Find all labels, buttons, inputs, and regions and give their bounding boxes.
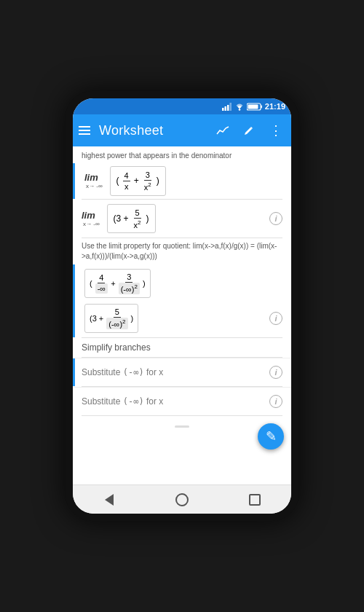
lim-expr-1: ( 4 x + 3 x2 ) bbox=[110, 166, 166, 196]
expanded-expr-1: ( 4 -∞ + 3 (-∞)2 ) bbox=[84, 269, 151, 298]
fab-button[interactable]: ✎ bbox=[258, 423, 284, 450]
recent-button[interactable] bbox=[247, 492, 263, 508]
info-icon-2[interactable]: i bbox=[269, 312, 282, 325]
expanded-expr-2-row: (3 + 5 (-∞)2 ) i bbox=[73, 301, 291, 337]
expanded-expr-2: (3 + 5 (-∞)2 ) bbox=[84, 304, 138, 333]
simplify-row: Simplify branches bbox=[73, 338, 291, 357]
app-bar: Worksheet ⋮ bbox=[73, 114, 291, 146]
status-icons: 21:19 bbox=[222, 102, 285, 111]
lim-sub-2: x→ -∞ bbox=[83, 221, 100, 227]
phone-inner: 21:19 Worksheet bbox=[73, 98, 291, 514]
phone-outer: 21:19 Worksheet bbox=[66, 91, 298, 521]
substitute-row-1: Substitute (-∞) for x i bbox=[73, 358, 291, 386]
lim-sub-1: x→ -∞ bbox=[86, 183, 103, 189]
svg-rect-1 bbox=[224, 106, 226, 111]
active-blue-bar-4 bbox=[73, 358, 75, 386]
home-button[interactable] bbox=[174, 492, 190, 508]
active-blue-bar-2 bbox=[73, 264, 75, 301]
lim-section-1: lim x→ -∞ ( 4 x + 3 x2 bbox=[73, 163, 291, 199]
substitute-text-2: Substitute (-∞) for x bbox=[82, 396, 269, 407]
lim-label-2: lim bbox=[82, 210, 95, 221]
svg-rect-7 bbox=[248, 104, 258, 109]
status-bar: 21:19 bbox=[73, 98, 291, 114]
info-icon-1[interactable]: i bbox=[269, 212, 282, 225]
svg-rect-6 bbox=[261, 105, 262, 108]
app-bar-icons: ⋮ bbox=[213, 120, 285, 141]
signal-icon bbox=[222, 103, 232, 111]
svg-rect-0 bbox=[222, 108, 224, 111]
info-icon-3[interactable]: i bbox=[269, 366, 282, 379]
substitute-row-2: Substitute (-∞) for x i bbox=[73, 387, 291, 415]
app-bar-title: Worksheet bbox=[99, 123, 204, 138]
expanded-expr-1-row: ( 4 -∞ + 3 (-∞)2 ) bbox=[73, 264, 291, 301]
nav-bar bbox=[73, 484, 291, 514]
lim-label-1: lim bbox=[84, 172, 98, 183]
active-blue-bar-3 bbox=[73, 301, 75, 337]
hamburger-menu[interactable] bbox=[79, 126, 90, 135]
svg-point-4 bbox=[239, 109, 241, 111]
svg-rect-2 bbox=[227, 105, 229, 111]
limit-property-text: Use the limit property for quotient: lim… bbox=[73, 238, 291, 264]
chart-icon[interactable] bbox=[213, 120, 233, 141]
active-blue-bar-1 bbox=[73, 163, 75, 199]
substitute-text-1: Substitute (-∞) for x bbox=[82, 367, 269, 377]
back-button[interactable] bbox=[101, 492, 117, 508]
content-area[interactable]: highest power that appears in the denomi… bbox=[73, 146, 291, 484]
more-vert-icon[interactable]: ⋮ bbox=[265, 120, 285, 141]
edit-icon[interactable] bbox=[239, 120, 259, 141]
lim-section-2: lim x→ -∞ (3 + 5 x2 ) i bbox=[73, 200, 291, 238]
svg-rect-3 bbox=[229, 103, 232, 111]
battery-icon bbox=[247, 103, 263, 111]
wifi-icon bbox=[234, 103, 245, 111]
lim-expr-2: (3 + 5 x2 ) bbox=[107, 204, 156, 234]
info-icon-4[interactable]: i bbox=[269, 395, 282, 408]
time-display: 21:19 bbox=[265, 102, 285, 111]
top-partial-text: highest power that appears in the denomi… bbox=[73, 146, 291, 163]
